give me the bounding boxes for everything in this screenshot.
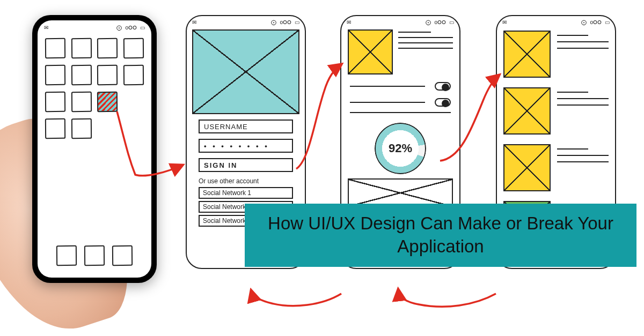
wifi-icon: ⨀ [271,19,276,25]
list-item[interactable] [503,144,609,191]
username-input[interactable]: USERNAME [199,120,293,133]
wifi-icon: ⨀ [426,19,431,25]
thumbnail-placeholder [503,31,551,78]
password-dots: • • • • • • • • [204,142,269,150]
app-icon[interactable] [45,38,65,58]
app-icon[interactable] [71,92,91,112]
sign-in-button[interactable]: SIGN IN [199,158,293,172]
wifi-icon: ⨀ [116,25,122,31]
password-input[interactable]: • • • • • • • • [199,139,293,153]
thumbnail-placeholder [503,87,551,135]
app-icon[interactable] [45,65,65,85]
app-icon[interactable] [97,38,118,58]
app-icon[interactable] [45,118,65,139]
list-item[interactable] [503,31,609,78]
list-item[interactable] [503,87,609,135]
dock-icon[interactable] [84,245,105,266]
toggle-switch[interactable] [435,98,451,107]
username-placeholder: USERNAME [204,123,248,131]
social-label: Social Network 1 [203,189,251,197]
signal-icon: oՕՕ [434,19,446,25]
title-overlay: How UI/UX Design Can Make or Break Your … [245,204,636,267]
battery-icon: ▭ [449,19,454,25]
text-lines [398,29,453,49]
status-bar: ✉ ⨀ oՕՕ ▭ [341,16,459,26]
hero-image-placeholder [192,29,299,114]
wifi-icon: ⨀ [581,19,587,25]
app-grid [38,31,151,139]
app-icon-selected[interactable] [97,92,118,112]
app-icon[interactable] [71,118,91,139]
mail-icon: ✉ [502,19,507,25]
battery-icon: ▭ [140,25,145,31]
title-text: How UI/UX Design Can Make or Break Your … [258,212,624,258]
progress-gauge: 92% [375,123,426,174]
app-icon[interactable] [123,65,143,85]
app-icon[interactable] [123,38,143,58]
signal-icon: oՕՕ [590,19,602,25]
status-bar: ✉ ⨀ oՕՕ ▭ [38,20,151,31]
phone-screen: ✉ ⨀ oՕՕ ▭ [38,20,151,278]
app-icon[interactable] [71,38,91,58]
signal-icon: oՕՕ [125,25,137,31]
real-phone: ✉ ⨀ oՕՕ ▭ [32,15,157,283]
mail-icon: ✉ [347,19,351,25]
sign-in-label: SIGN IN [204,161,237,169]
social-network-button[interactable]: Social Network 1 [199,187,293,199]
dock [38,245,151,266]
battery-icon: ▭ [295,19,299,25]
dock-icon[interactable] [56,245,77,266]
dock-icon[interactable] [112,245,133,266]
app-icon[interactable] [97,65,118,85]
app-icon[interactable] [45,92,65,112]
mail-icon: ✉ [44,25,48,31]
thumbnail-placeholder [503,144,551,191]
banner-placeholder [348,178,453,207]
mail-icon: ✉ [192,19,196,25]
battery-icon: ▭ [605,19,610,25]
social-label: Social Network 3 [203,217,251,225]
social-label: Social Network 2 [203,203,251,211]
progress-value: 92% [389,141,412,155]
app-icon[interactable] [71,65,91,85]
signal-icon: oՕՕ [280,19,291,25]
status-bar: ✉ ⨀ oՕՕ ▭ [497,16,615,26]
toggle-switch[interactable] [435,82,451,91]
status-bar: ✉ ⨀ oՕՕ ▭ [187,16,305,26]
thumbnail-placeholder [348,29,393,74]
alt-account-hint: Or use other account [199,177,293,185]
